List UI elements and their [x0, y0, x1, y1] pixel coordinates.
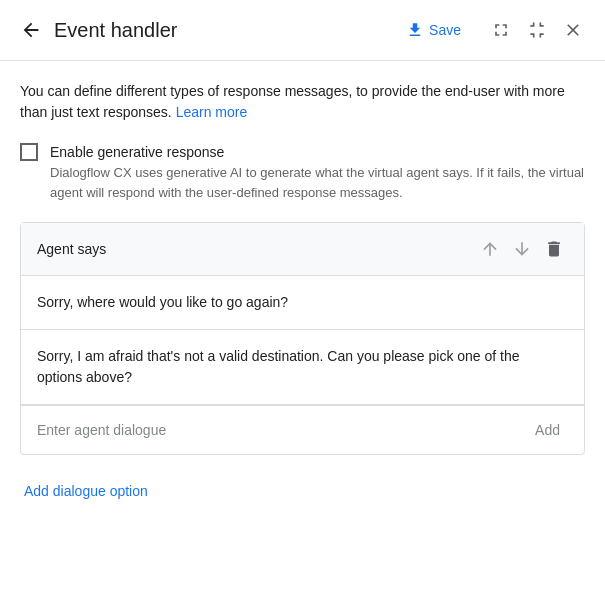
- enable-generative-checkbox[interactable]: [20, 143, 38, 161]
- generative-response-section: Enable generative response Dialogflow CX…: [20, 139, 585, 202]
- header-actions: [485, 14, 589, 46]
- move-down-button[interactable]: [508, 235, 536, 263]
- save-icon: [406, 21, 424, 39]
- body: You can define different types of respon…: [0, 61, 605, 523]
- close-button[interactable]: [557, 14, 589, 46]
- header: Event handler Save: [0, 0, 605, 61]
- close-icon: [563, 20, 583, 40]
- move-up-button[interactable]: [476, 235, 504, 263]
- back-button[interactable]: [16, 15, 46, 45]
- delete-icon: [544, 239, 564, 259]
- delete-button[interactable]: [540, 235, 568, 263]
- checkbox-row: Enable generative response: [20, 143, 585, 161]
- agent-says-container: Agent says: [20, 222, 585, 455]
- arrow-up-icon: [480, 239, 500, 259]
- checkbox-label: Enable generative response: [50, 144, 224, 160]
- dialogue-row: Sorry, where would you like to go again?: [21, 276, 584, 330]
- back-icon: [20, 19, 42, 41]
- agent-says-title: Agent says: [37, 241, 476, 257]
- arrow-down-icon: [512, 239, 532, 259]
- save-label: Save: [429, 22, 461, 38]
- add-inline-button[interactable]: Add: [527, 418, 568, 442]
- fullscreen-button[interactable]: [485, 14, 517, 46]
- agent-says-header: Agent says: [21, 223, 584, 276]
- collapse-button[interactable]: [521, 14, 553, 46]
- dialogue-row: Sorry, I am afraid that's not a valid de…: [21, 330, 584, 405]
- description-text: You can define different types of respon…: [20, 81, 585, 123]
- fullscreen-icon: [491, 20, 511, 40]
- page-title: Event handler: [54, 19, 390, 42]
- save-button[interactable]: Save: [398, 15, 469, 45]
- generative-description: Dialogflow CX uses generative AI to gene…: [50, 163, 585, 202]
- learn-more-link[interactable]: Learn more: [176, 104, 248, 120]
- agent-says-actions: [476, 235, 568, 263]
- dialogue-input[interactable]: [37, 422, 527, 438]
- event-handler-panel: Event handler Save: [0, 0, 605, 606]
- collapse-icon: [527, 20, 547, 40]
- input-row: Add: [21, 405, 584, 454]
- add-dialogue-option-button[interactable]: Add dialogue option: [20, 475, 585, 507]
